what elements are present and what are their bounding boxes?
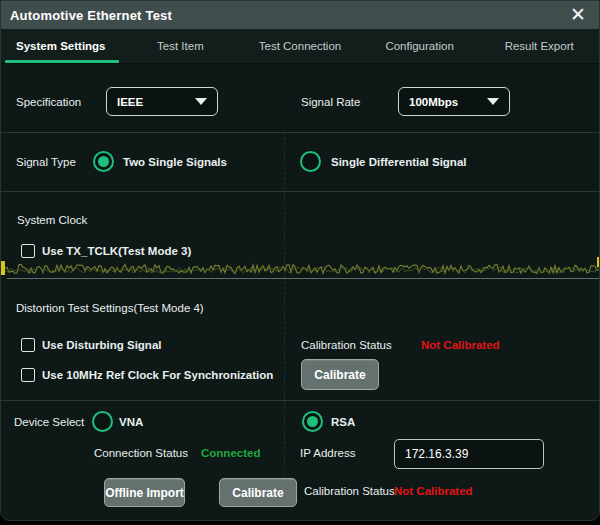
active-tab-underline [5, 60, 119, 63]
radio-dot [307, 416, 318, 427]
device-select-label: Device Select [14, 416, 84, 428]
distortion-title: Distortion Test Settings(Test Mode 4) [16, 302, 204, 314]
waveform-left-marker [1, 261, 5, 275]
radio-two-single-signals[interactable] [93, 151, 114, 172]
tab-result-export[interactable]: Result Export [479, 29, 599, 63]
chevron-down-icon [487, 98, 499, 105]
radio-single-differential-signal[interactable] [300, 151, 321, 172]
section-divider [1, 400, 599, 401]
title-bar: Automotive Ethernet Test ✕ [1, 1, 599, 29]
ip-address-label: IP Address [300, 447, 355, 459]
graticule-line [284, 132, 285, 504]
connection-status-value: Connected [201, 447, 260, 459]
tab-configuration[interactable]: Configuration [360, 29, 480, 63]
specification-label: Specification [16, 96, 81, 108]
radio-vna[interactable] [92, 411, 113, 432]
distortion-calibrate-button[interactable]: Calibrate [301, 359, 379, 390]
section-divider [1, 132, 599, 133]
window-title: Automotive Ethernet Test [1, 8, 172, 23]
specification-dropdown[interactable]: IEEE [106, 87, 218, 116]
connection-status-label: Connection Status [94, 447, 188, 459]
two-single-signals-label: Two Single Signals [123, 156, 227, 168]
distortion-calibration-status-label: Calibration Status [301, 339, 392, 351]
device-calibration-status-label: Calibration Status [304, 485, 395, 497]
tab-test-item[interactable]: Test Item [121, 29, 241, 63]
signal-rate-dropdown[interactable]: 100Mbps [398, 87, 510, 116]
tx-tclk-label: Use TX_TCLK(Test Mode 3) [42, 245, 191, 257]
radio-dot [98, 156, 109, 167]
signal-rate-label: Signal Rate [301, 96, 360, 108]
signal-type-label: Signal Type [16, 156, 76, 168]
scope-waveform [1, 259, 600, 279]
offline-import-button[interactable]: Offline Import [104, 478, 185, 507]
vna-label: VNA [119, 416, 143, 428]
ip-address-input[interactable] [394, 439, 544, 469]
distortion-calibration-status-value: Not Calibrated [421, 339, 500, 351]
ref-clock-label: Use 10MHz Ref Clock For Synchronization [42, 369, 273, 381]
disturbing-signal-checkbox[interactable] [21, 338, 35, 352]
tab-test-connection[interactable]: Test Connection [240, 29, 360, 63]
automotive-ethernet-test-dialog: Automotive Ethernet Test ✕ System Settin… [0, 0, 600, 521]
scope-baseline [7, 278, 600, 279]
system-clock-title: System Clock [17, 214, 87, 226]
tab-system-settings[interactable]: System Settings [1, 29, 121, 63]
tx-tclk-checkbox[interactable] [21, 244, 35, 258]
tab-bar: System Settings Test Item Test Connectio… [1, 29, 599, 64]
chevron-down-icon [195, 98, 207, 105]
disturbing-signal-label: Use Disturbing Signal [42, 339, 162, 351]
device-calibrate-button[interactable]: Calibrate [219, 478, 297, 507]
device-calibration-status-value: Not Calibrated [394, 485, 473, 497]
rsa-label: RSA [331, 416, 355, 428]
single-differential-signal-label: Single Differential Signal [331, 156, 466, 168]
radio-rsa[interactable] [302, 411, 323, 432]
ref-clock-checkbox[interactable] [21, 368, 35, 382]
close-icon[interactable]: ✕ [567, 4, 589, 26]
section-divider [1, 191, 599, 192]
